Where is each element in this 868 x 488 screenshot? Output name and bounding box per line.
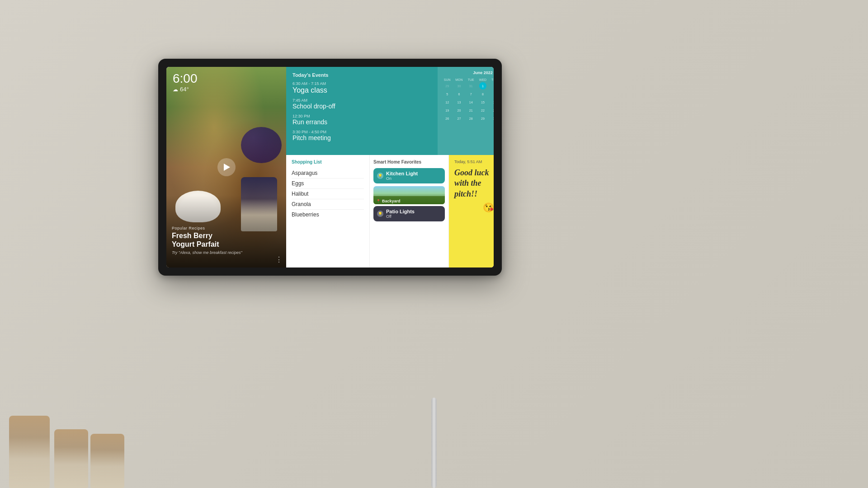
- day-mon: MON: [453, 78, 465, 82]
- event-yoga[interactable]: 6:30 AM - 7:15 AM Yoga class: [292, 81, 431, 94]
- cal-29-prev[interactable]: 29: [443, 82, 451, 89]
- cal-2[interactable]: 2: [491, 82, 494, 89]
- cal-5[interactable]: 5: [443, 90, 451, 98]
- cal-12[interactable]: 12: [443, 99, 451, 106]
- day-thu: THU: [489, 78, 494, 82]
- cal-29[interactable]: 29: [479, 115, 486, 122]
- backyard-camera[interactable]: 📍 Backyard: [373, 186, 445, 204]
- smarthome-widget: Smart Home Favorites 💡 Kitchen Light On …: [370, 155, 449, 267]
- pitch-time: 3:30 PM - 4:50 PM: [292, 130, 431, 134]
- note-content: Good luckwith thepitch!!: [454, 168, 494, 199]
- day-tue: TUE: [465, 78, 477, 82]
- device-screen: 6:00 ☁ 64° Popular Recipes Fresh BerryYo…: [166, 67, 494, 267]
- cal-19[interactable]: 19: [443, 107, 451, 114]
- cal-6[interactable]: 6: [455, 90, 462, 98]
- backyard-label: Backyard: [382, 199, 401, 203]
- dots-menu[interactable]: ⋮: [275, 255, 283, 264]
- school-time: 7:45 AM: [292, 98, 431, 103]
- cal-week-2: 5 6 7 8 9 10 11: [441, 90, 494, 98]
- cal-8[interactable]: 8: [479, 90, 486, 98]
- event-errands[interactable]: 12:30 PM Run errands: [292, 114, 431, 126]
- sticky-note-widget: Today, 5:51 AM Good luckwith thepitch!! …: [449, 155, 494, 267]
- bottom-widgets: Shopping List Asparagus Eggs Halibut Gra…: [286, 155, 494, 267]
- shopping-widget: Shopping List Asparagus Eggs Halibut Gra…: [286, 155, 370, 267]
- day-sun: SUN: [441, 78, 453, 82]
- cal-1-today[interactable]: 1: [479, 82, 486, 89]
- cal-26[interactable]: 26: [443, 115, 451, 122]
- weather-icon: ☁: [173, 86, 178, 93]
- yoga-time: 6:30 AM - 7:15 AM: [292, 81, 431, 86]
- event-pitch[interactable]: 3:30 PM - 4:50 PM Pitch meeting: [292, 130, 431, 142]
- recipe-panel[interactable]: 6:00 ☁ 64° Popular Recipes Fresh BerryYo…: [166, 67, 286, 267]
- cal-22[interactable]: 22: [479, 107, 486, 114]
- smarthome-title: Smart Home Favorites: [373, 160, 445, 164]
- clock: 6:00: [173, 72, 198, 85]
- cal-week-5: 26 27 28 29 30 1 2: [441, 114, 494, 122]
- cal-30[interactable]: 30: [491, 115, 494, 122]
- cal-week-1: 29 30 31 1 2 3 4: [441, 82, 494, 90]
- cal-13[interactable]: 13: [455, 99, 462, 106]
- shopping-item-asparagus[interactable]: Asparagus: [292, 168, 364, 178]
- patio-lights-name: Patio Lights: [386, 209, 441, 214]
- cal-7[interactable]: 7: [467, 90, 475, 98]
- alexa-hint: Try "Alexa, show me breakfast recipes": [172, 250, 281, 255]
- cal-week-3: 12 13 14 15 16 17 18: [441, 98, 494, 106]
- cal-month-year: June 2022: [441, 70, 494, 75]
- shopping-item-blueberries[interactable]: Blueberries: [292, 210, 364, 220]
- wall-background: 6:00 ☁ 64° Popular Recipes Fresh BerryYo…: [0, 0, 868, 488]
- time-display: 6:00 ☁ 64°: [173, 72, 198, 93]
- weather-row: ☁ 64°: [173, 86, 198, 93]
- cal-15[interactable]: 15: [479, 99, 486, 106]
- kitchen-light-name: Kitchen Light: [386, 171, 441, 176]
- temperature: 64°: [180, 86, 189, 93]
- play-button[interactable]: [217, 158, 236, 176]
- play-icon: [224, 164, 230, 171]
- errands-name: Run errands: [292, 118, 431, 126]
- berries: [241, 127, 282, 163]
- camera-dot: [164, 62, 168, 67]
- patio-lights-status: Off: [386, 214, 441, 219]
- cal-day-labels: SUN MON TUE WED THU FRI SAT: [441, 78, 494, 82]
- cal-9[interactable]: 9: [491, 90, 494, 98]
- patio-lights-button[interactable]: 💡 Patio Lights Off: [373, 206, 445, 221]
- shopping-item-halibut[interactable]: Halibut: [292, 189, 364, 199]
- kitchen-light-status: On: [386, 176, 441, 181]
- jar-2: [54, 429, 88, 488]
- calendar-section: Today's Events 6:30 AM - 7:15 AM Yoga cl…: [286, 67, 494, 155]
- patio-lights-icon: 💡: [377, 211, 383, 217]
- shopping-item-granola[interactable]: Granola: [292, 199, 364, 210]
- cal-23[interactable]: 23: [491, 107, 494, 114]
- kitchen-jars: [0, 398, 172, 488]
- note-timestamp: Today, 5:51 AM: [454, 160, 494, 164]
- school-name: School drop-off: [292, 103, 431, 110]
- events-title: Today's Events: [292, 72, 431, 78]
- errands-time: 12:30 PM: [292, 114, 431, 118]
- cal-16[interactable]: 16: [491, 99, 494, 106]
- cal-20[interactable]: 20: [455, 107, 462, 114]
- jar-3: [90, 434, 124, 488]
- yoga-name: Yoga class: [292, 86, 431, 94]
- shopping-item-eggs[interactable]: Eggs: [292, 178, 364, 189]
- cal-30-prev[interactable]: 30: [455, 82, 462, 89]
- cal-21[interactable]: 21: [467, 107, 475, 114]
- event-school[interactable]: 7:45 AM School drop-off: [292, 98, 431, 110]
- kitchen-light-label: Kitchen Light On: [386, 171, 441, 181]
- cal-14[interactable]: 14: [467, 99, 475, 106]
- jar-1: [9, 416, 50, 488]
- kitchen-light-icon: 💡: [377, 173, 383, 179]
- note-emoji: 😘: [454, 202, 494, 213]
- power-cable: [431, 398, 437, 488]
- cal-31-prev[interactable]: 31: [467, 82, 475, 89]
- popular-label: Popular Recipes: [172, 226, 281, 230]
- cal-28[interactable]: 28: [467, 115, 475, 122]
- cal-27[interactable]: 27: [455, 115, 462, 122]
- day-wed: WED: [477, 78, 489, 82]
- patio-lights-label: Patio Lights Off: [386, 209, 441, 219]
- recipe-info: Popular Recipes Fresh BerryYogurt Parfai…: [172, 226, 281, 255]
- pitch-name: Pitch meeting: [292, 134, 431, 142]
- shopping-title: Shopping List: [292, 160, 364, 164]
- events-panel: Today's Events 6:30 AM - 7:15 AM Yoga cl…: [286, 67, 438, 155]
- kitchen-light-button[interactable]: 💡 Kitchen Light On: [373, 168, 445, 183]
- recipe-name: Fresh BerryYogurt Parfait: [172, 231, 281, 249]
- mini-calendar: June 2022 SUN MON TUE WED THU FRI SAT 29…: [438, 67, 494, 155]
